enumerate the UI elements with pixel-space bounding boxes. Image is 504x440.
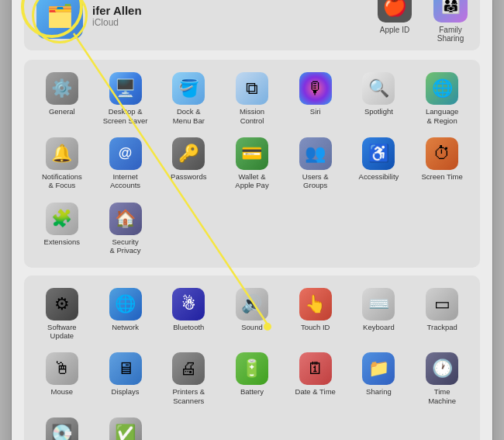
icon-cell-datetime[interactable]: 🗓 Date & Time [285, 348, 346, 410]
passwords-label: Passwords [171, 172, 206, 181]
accessibility-icon: ♿ [362, 137, 395, 170]
printers-label: Printers &Scanners [172, 387, 205, 405]
security-icon: 🏠 [109, 203, 142, 235]
icon-cell-dock[interactable]: 🪣 Dock &Menu Bar [158, 68, 219, 130]
sound-label: Sound [241, 323, 262, 331]
touchid-icon: 👆 [299, 288, 332, 320]
startup-icon: 💽 [46, 417, 78, 440]
general-icon: ⚙️ [46, 72, 78, 105]
screentime-label: Screen Time [421, 172, 462, 181]
icon-cell-wallet[interactable]: 💳 Wallet &Apple Pay [222, 133, 282, 195]
apple-id-label: Apple ID [380, 26, 409, 34]
icon-cell-extensions[interactable]: 🧩 Extensions [32, 198, 92, 260]
profile-name: ifer Allen [92, 4, 368, 17]
screentime-icon: ⏱ [426, 137, 458, 170]
icon-cell-general[interactable]: ⚙️ General [32, 68, 92, 130]
icon-cell-screentime[interactable]: ⏱ Screen Time [412, 133, 472, 195]
security-label: Security& Privacy [110, 237, 141, 255]
displays-label: Displays [112, 387, 140, 396]
family-sharing-item[interactable]: 👨‍👩‍👧 FamilySharing [433, 0, 468, 43]
battery-label: Battery [240, 387, 264, 396]
icon-cell-internet[interactable]: @ InternetAccounts [95, 133, 156, 195]
icon-cell-spotlight[interactable]: 🔍 Spotlight [349, 68, 409, 130]
profile-icons: 🍎 Apple ID 👨‍👩‍👧 FamilySharing [378, 0, 468, 43]
family-sharing-label: FamilySharing [437, 26, 464, 43]
software-icon: ⚙ [46, 288, 78, 320]
sharing-label: Sharing [366, 387, 392, 396]
bluetooth-label: Bluetooth [173, 323, 204, 331]
icon-cell-siri[interactable]: 🎙 Siri [285, 68, 346, 130]
apple-id-icon: 🍎 [378, 0, 412, 23]
icon-cell-notifications[interactable]: 🔔 Notifications& Focus [32, 133, 92, 195]
extensions-icon: 🧩 [46, 203, 78, 235]
extensions-label: Extensions [44, 237, 80, 246]
icon-cell-mouse[interactable]: 🖱 Mouse [32, 348, 92, 410]
datetime-icon: 🗓 [299, 352, 332, 385]
sharing-icon: 📁 [362, 352, 395, 385]
icon-cell-trackpad[interactable]: ▭ Trackpad [412, 283, 472, 345]
apple-id-item[interactable]: 🍎 Apple ID [378, 0, 412, 43]
desktop-icon: 🖥️ [109, 72, 142, 105]
icon-cell-startup[interactable]: 💽 StartupDisk [32, 413, 92, 440]
family-sharing-icon: 👨‍👩‍👧 [433, 0, 468, 23]
spotlight-icon: 🔍 [362, 72, 395, 105]
icon-cell-touchid[interactable]: 👆 Touch ID [285, 283, 346, 345]
content-area: 🗂️ ifer Allen iCloud 🍎 Apple ID 👨‍👩‍👧 Fa… [12, 0, 492, 440]
spotlight-label: Spotlight [364, 107, 393, 116]
system-preferences-window: ‹ › ⊞ System Preferences 🔍 🗂️ ifer Allen [12, 0, 492, 440]
icon-cell-sharing[interactable]: 📁 Sharing [349, 348, 409, 410]
icon-cell-keyboard[interactable]: ⌨️ Keyboard [349, 283, 409, 345]
battery-icon: 🔋 [236, 352, 268, 385]
language-icon: 🌐 [426, 72, 458, 105]
dock-icon: 🪣 [172, 72, 205, 105]
users-label: Users &Groups [302, 172, 329, 190]
icon-cell-profiles[interactable]: ✅ Profiles [95, 413, 156, 440]
icon-cell-displays[interactable]: 🖥 Displays [95, 348, 156, 410]
users-icon: 👥 [299, 137, 332, 170]
internet-label: InternetAccounts [110, 172, 140, 190]
displays-icon: 🖥 [109, 352, 142, 385]
icon-grid-2: ⚙ SoftwareUpdate 🌐 Network ☃ Bluetooth 🔊… [32, 283, 472, 441]
printers-icon: 🖨 [172, 352, 205, 385]
icon-cell-desktop[interactable]: 🖥️ Desktop &Screen Saver [95, 68, 156, 130]
general-label: General [49, 107, 75, 116]
icon-cell-mission[interactable]: ⧉ MissionControl [222, 68, 282, 130]
timemachine-label: TimeMachine [428, 387, 456, 405]
language-label: Language& Region [426, 107, 458, 125]
icon-cell-bluetooth[interactable]: ☃ Bluetooth [158, 283, 219, 345]
desktop-label: Desktop &Screen Saver [103, 107, 148, 125]
network-label: Network [112, 323, 139, 331]
bluetooth-icon: ☃ [172, 288, 205, 320]
notifications-icon: 🔔 [46, 137, 78, 170]
grid-section-1: ⚙️ General 🖥️ Desktop &Screen Saver 🪣 Do… [24, 60, 480, 267]
avatar-highlight: 🗂️ [36, 0, 83, 39]
icon-cell-battery[interactable]: 🔋 Battery [222, 348, 282, 410]
profile-info: ifer Allen iCloud [92, 4, 368, 28]
wallet-icon: 💳 [236, 137, 268, 170]
datetime-label: Date & Time [295, 387, 336, 396]
notifications-label: Notifications& Focus [42, 172, 82, 190]
icon-cell-passwords[interactable]: 🔑 Passwords [158, 133, 219, 195]
internet-icon: @ [109, 137, 142, 170]
software-label: SoftwareUpdate [47, 323, 77, 341]
icon-cell-network[interactable]: 🌐 Network [95, 283, 156, 345]
icon-cell-timemachine[interactable]: 🕐 TimeMachine [412, 348, 472, 410]
icon-cell-printers[interactable]: 🖨 Printers &Scanners [158, 348, 219, 410]
keyboard-label: Keyboard [363, 323, 395, 331]
icon-cell-sound[interactable]: 🔊 Sound [222, 283, 282, 345]
accessibility-label: Accessibility [359, 172, 399, 181]
mouse-icon: 🖱 [46, 352, 78, 385]
dock-label: Dock &Menu Bar [173, 107, 205, 125]
icon-cell-language[interactable]: 🌐 Language& Region [412, 68, 472, 130]
profiles-icon: ✅ [109, 417, 142, 440]
icon-cell-software[interactable]: ⚙ SoftwareUpdate [32, 283, 92, 345]
icon-cell-security[interactable]: 🏠 Security& Privacy [95, 198, 156, 260]
sound-icon: 🔊 [236, 288, 268, 320]
icon-cell-users[interactable]: 👥 Users &Groups [285, 133, 346, 195]
mouse-label: Mouse [51, 387, 74, 396]
icon-cell-accessibility[interactable]: ♿ Accessibility [349, 133, 409, 195]
profile-sub: iCloud [92, 17, 368, 28]
trackpad-label: Trackpad [427, 323, 457, 331]
mission-icon: ⧉ [236, 72, 268, 105]
mission-label: MissionControl [240, 107, 264, 125]
